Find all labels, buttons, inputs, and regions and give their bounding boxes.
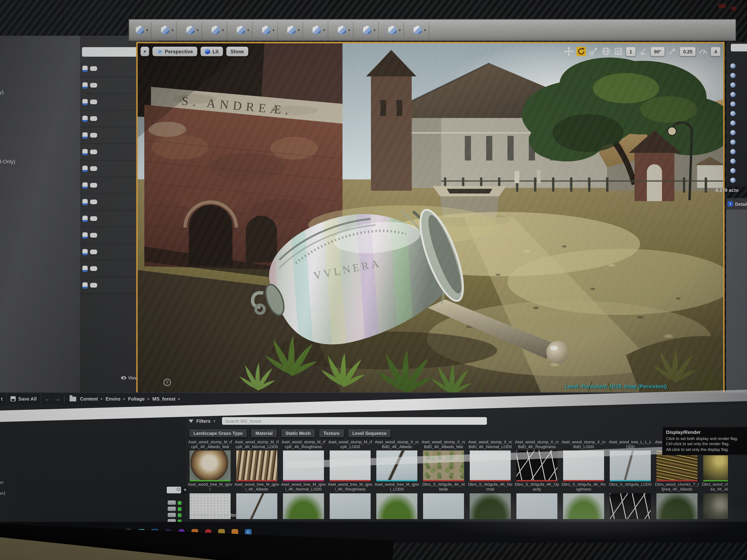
placement-asset-button[interactable]: ▾ xyxy=(284,22,303,39)
scale-snap-value[interactable]: 0.25 xyxy=(680,47,696,56)
grid-snap-icon[interactable] xyxy=(614,47,623,56)
asset-cube-icon xyxy=(237,26,245,35)
grid-snap-value[interactable]: 1 xyxy=(626,47,636,56)
asset-cell[interactable] xyxy=(468,493,513,519)
camera-speed-icon[interactable] xyxy=(699,47,708,56)
placement-asset-button[interactable]: ▾ xyxy=(386,22,404,39)
actor-visibility-icon[interactable] xyxy=(730,91,736,98)
back-button[interactable]: ← xyxy=(45,396,50,402)
actor-visibility-icon[interactable] xyxy=(730,139,736,145)
asset-cell[interactable]: Dbrs_S_rb0gufa_4K_Opacity xyxy=(514,451,559,492)
camera-speed-value[interactable]: 4 xyxy=(711,47,720,56)
filter-chip-landscape-grass-type[interactable]: Landscape Grass Type xyxy=(188,428,247,437)
asset-cell[interactable] xyxy=(654,493,699,519)
save-all-button[interactable]: Save All xyxy=(6,393,41,405)
sources-search-input[interactable] xyxy=(167,487,181,494)
asset-cell[interactable]: Aset_wood_stump_X_rcBdD_4K_Normal_LOD0 xyxy=(468,440,513,449)
placement-asset-button[interactable]: ▾ xyxy=(360,22,379,39)
asset-cell[interactable]: Aset_wood_stump_X_rcBdD_4K_Albedo xyxy=(375,440,419,449)
asset-cell[interactable] xyxy=(234,493,279,519)
filter-chip-texture[interactable]: Texture xyxy=(319,428,344,437)
asset-cell[interactable]: Dbrs_S_rb0gufa_4K_Roughness xyxy=(561,451,606,492)
asset-cell[interactable]: Aset_wood_tree_M_qjovi xyxy=(188,451,233,492)
asset-cell[interactable]: Aset_wood_tree_M_qjovi_4K_Normal_LOD0 xyxy=(281,451,326,492)
placement-asset-button[interactable]: ▾ xyxy=(183,22,202,39)
breadcrumb-item-ms_forest[interactable]: MS_forest xyxy=(152,396,175,401)
placement-asset-button[interactable]: ▾ xyxy=(411,22,429,39)
placement-asset-button[interactable]: ▾ xyxy=(234,22,253,39)
move-tool-icon[interactable] xyxy=(564,47,574,56)
asset-cell[interactable] xyxy=(281,493,326,519)
actor-visibility-icon[interactable] xyxy=(730,101,736,107)
asset-cell[interactable]: Aset_wood_stump_M_rfcpK_4K_Normal_LOD0 xyxy=(234,440,279,449)
filter-chip-static-mesh[interactable]: Static Mesh xyxy=(281,428,315,437)
foliage-search-input[interactable] xyxy=(82,47,144,57)
placement-asset-button[interactable]: ▾ xyxy=(209,22,227,39)
palette-button[interactable] xyxy=(168,519,176,522)
asset-cell[interactable]: Aset_wood_tree_M_qjovi_LOD0 xyxy=(375,451,419,492)
tab-details[interactable]: i Details xyxy=(726,198,747,210)
asset-cell[interactable]: Aset_wood_tree_M_qjovi_4K_Albedo xyxy=(234,451,279,492)
asset-cell[interactable] xyxy=(421,493,466,519)
palette-button[interactable] xyxy=(168,507,176,511)
actor-visibility-icon[interactable] xyxy=(730,167,736,174)
asset-cell[interactable] xyxy=(375,493,419,519)
asset-cell[interactable]: Aset_wood_stump_X_rcBdD_4K_Albedo_Mat xyxy=(421,440,466,449)
actor-visibility-icon[interactable] xyxy=(730,63,736,69)
filters-label[interactable]: Filters xyxy=(196,418,210,424)
asset-cell[interactable]: Aset_wood_stump_X_rcBdD_LOD0 xyxy=(561,440,606,449)
viewport-help-button[interactable]: ? xyxy=(163,378,171,386)
actor-visibility-icon[interactable] xyxy=(730,111,736,117)
actor-visibility-icon[interactable] xyxy=(730,120,736,126)
filter-chip-material[interactable]: Material xyxy=(251,428,277,437)
rotation-snap-value[interactable]: 90° xyxy=(651,47,665,56)
perspective-button[interactable]: Perspective xyxy=(153,47,197,56)
asset-cell[interactable]: Dbrs_wood_chunks_rfjirea_4K_Albedo xyxy=(701,451,728,492)
asset-cell[interactable]: Aset_wood_stump_M_rfcpK_4K_Albedo_Mat xyxy=(188,440,233,449)
actor-visibility-icon[interactable] xyxy=(730,149,736,155)
asset-cell[interactable]: Dbrs_wood_chunks_T_rfjirea_4K_Albedo xyxy=(654,451,699,492)
palette-button[interactable] xyxy=(168,501,176,505)
placement-asset-button[interactable]: ▾ xyxy=(158,22,177,39)
viewport-3d[interactable]: S. ANDREÆ. xyxy=(136,42,725,395)
asset-cell[interactable]: Aset_wood_stump_X_rcBdD_4K_Roughness xyxy=(514,440,559,449)
asset-cell[interactable]: Aset_wood_tree_M_qjovi_4K_Roughness xyxy=(328,451,372,492)
placement-asset-button[interactable]: ▾ xyxy=(310,22,328,39)
asset-cell[interactable] xyxy=(561,493,606,519)
actor-visibility-icon[interactable] xyxy=(730,158,736,164)
breadcrumb-item-content[interactable]: Content xyxy=(80,396,98,401)
asset-cell[interactable]: Aset_wood_stump_M_rfcpK_LOD0 xyxy=(328,440,372,449)
asset-cell[interactable] xyxy=(701,493,728,519)
asset-cell[interactable]: Aset_wood_tree_L_L_LOD0 xyxy=(608,440,653,449)
filter-chip-level-sequence[interactable]: Level Sequence xyxy=(347,428,391,437)
show-button[interactable]: Show xyxy=(226,47,248,56)
asset-cell[interactable] xyxy=(514,493,559,519)
lit-button[interactable]: Lit xyxy=(201,47,223,56)
save-all-label: Save All xyxy=(18,396,37,401)
placement-asset-button[interactable]: ▾ xyxy=(335,22,354,39)
forward-button[interactable]: → xyxy=(55,396,60,402)
world-space-icon[interactable] xyxy=(601,47,611,56)
actor-visibility-icon[interactable] xyxy=(730,73,736,79)
placement-asset-button[interactable]: ▾ xyxy=(133,22,151,39)
asset-cell[interactable]: Dbrs_S_rb0gufa_4K_Albedo xyxy=(421,451,466,492)
asset-cell[interactable]: Dbrs_S_rb0gufa_LOD0 xyxy=(608,451,653,492)
actor-visibility-icon[interactable] xyxy=(730,129,736,136)
asset-cell[interactable]: Aset_wood_stump_M_rfcpK_4K_Roughness xyxy=(281,440,326,449)
viewport-options-caret[interactable]: ▾ xyxy=(140,47,149,56)
palette-button[interactable] xyxy=(168,513,176,517)
asset-cell[interactable] xyxy=(608,493,653,519)
asset-cell[interactable] xyxy=(328,493,372,519)
asset-search-input[interactable] xyxy=(222,417,487,425)
scale-tool-icon[interactable] xyxy=(589,47,598,56)
scale-snap-icon[interactable] xyxy=(667,47,677,56)
placement-asset-button[interactable]: ▾ xyxy=(259,22,278,39)
breadcrumb-item-enviro[interactable]: Enviro xyxy=(106,396,121,401)
rotate-tool-icon-active[interactable] xyxy=(576,47,586,56)
outliner-search-input[interactable] xyxy=(731,44,747,52)
breadcrumb-item-foliage[interactable]: Foliage xyxy=(128,396,145,401)
actor-visibility-icon[interactable] xyxy=(730,177,736,183)
actor-visibility-icon[interactable] xyxy=(730,82,736,88)
asset-cell[interactable]: Dbrs_S_rb0gufa_4K_Normal xyxy=(468,451,513,492)
rotation-snap-icon[interactable] xyxy=(638,47,648,56)
